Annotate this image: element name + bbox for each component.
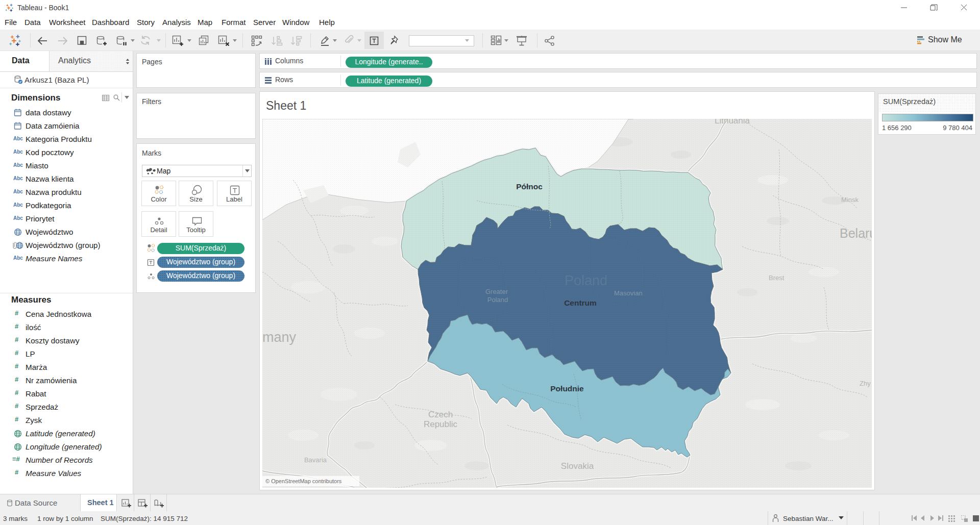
- svg-text:© OpenStreetMap contributors: © OpenStreetMap contributors: [265, 478, 342, 484]
